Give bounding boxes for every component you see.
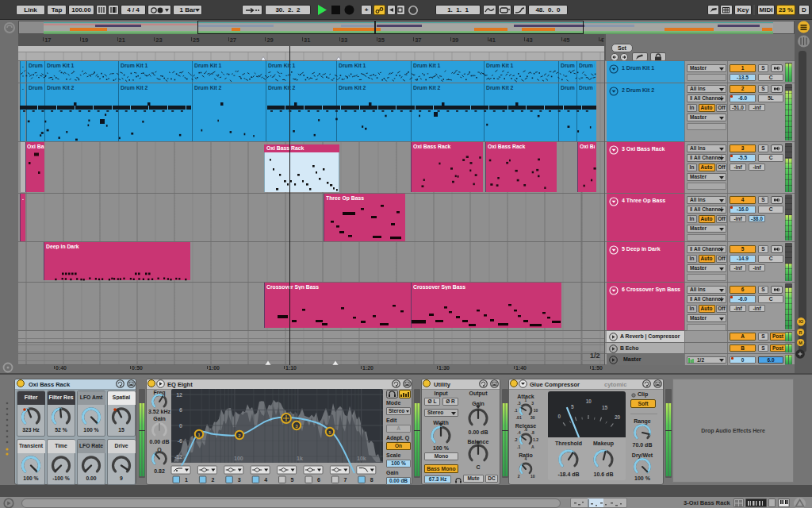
svg-text:.01: .01 xyxy=(516,415,522,420)
svg-text:2: 2 xyxy=(518,474,520,479)
svg-text:.6: .6 xyxy=(524,427,527,432)
svg-text:.3: .3 xyxy=(517,401,520,406)
svg-text:30: 30 xyxy=(530,415,535,420)
svg-text:10: 10 xyxy=(530,474,535,479)
svg-text:.1: .1 xyxy=(514,408,517,413)
svg-text:.2: .2 xyxy=(514,437,517,442)
svg-text:.8: .8 xyxy=(531,430,534,435)
svg-text:1.2: 1.2 xyxy=(533,437,538,442)
svg-text:10: 10 xyxy=(534,408,538,413)
svg-text:.4: .4 xyxy=(517,430,520,435)
svg-text:3: 3 xyxy=(531,401,534,406)
svg-text:1: 1 xyxy=(525,398,527,402)
svg-text:4: 4 xyxy=(525,456,527,461)
svg-text:.1: .1 xyxy=(517,444,520,449)
svg-text:A: A xyxy=(531,444,534,449)
